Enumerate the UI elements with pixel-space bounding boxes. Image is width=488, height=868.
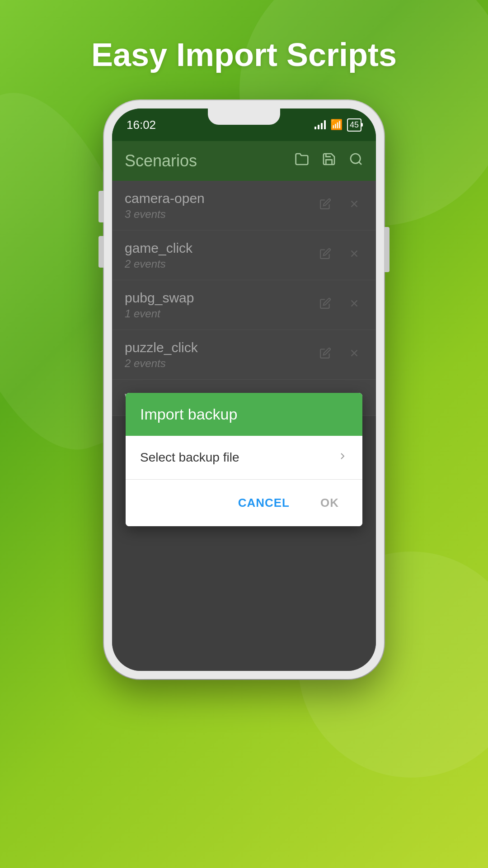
folder-icon[interactable]: [295, 152, 309, 170]
status-bar: 16:02 📶 45: [112, 108, 376, 141]
page-title: Easy Import Scripts: [91, 36, 397, 73]
volume-down-button: [99, 236, 104, 268]
toolbar-actions: [295, 152, 363, 170]
import-backup-dialog: Import backup Select backup file CANCEL: [126, 393, 362, 526]
app-toolbar: Scenarios: [112, 141, 376, 181]
signal-icon: [314, 120, 326, 129]
select-backup-file-option[interactable]: Select backup file: [126, 436, 362, 480]
status-icons: 📶 45: [314, 118, 361, 132]
phone-frame: 16:02 📶 45 Scenarios: [104, 100, 384, 679]
wifi-icon: 📶: [330, 119, 343, 131]
power-button: [384, 227, 389, 272]
dialog-actions: CANCEL OK: [126, 480, 362, 526]
notch: [208, 108, 280, 125]
search-icon[interactable]: [349, 152, 363, 170]
battery-icon: 45: [347, 118, 361, 132]
save-icon[interactable]: [322, 152, 336, 170]
ok-button[interactable]: OK: [310, 491, 350, 515]
dialog-body: Select backup file CANCEL OK: [126, 436, 362, 526]
phone-screen: 16:02 📶 45 Scenarios: [112, 108, 376, 671]
chevron-right-icon: [337, 450, 348, 465]
scenario-list: camera-open 3 events: [112, 181, 376, 671]
dialog-header: Import backup: [126, 393, 362, 436]
select-backup-file-label: Select backup file: [140, 450, 337, 465]
dialog-title: Import backup: [140, 406, 237, 423]
status-time: 16:02: [127, 118, 156, 132]
toolbar-title: Scenarios: [125, 151, 295, 170]
cancel-button[interactable]: CANCEL: [227, 491, 300, 515]
svg-line-1: [359, 162, 361, 165]
svg-point-0: [351, 154, 360, 163]
volume-up-button: [99, 191, 104, 222]
